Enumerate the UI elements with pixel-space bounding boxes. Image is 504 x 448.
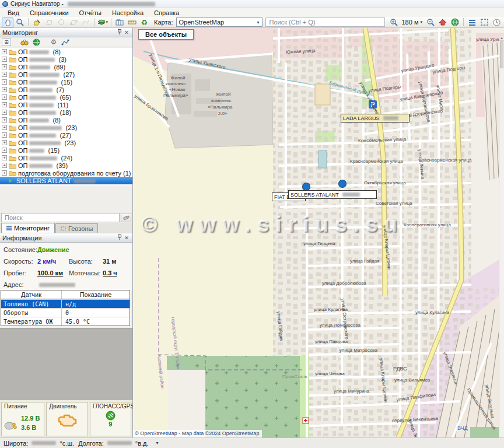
map-view[interactable]: P Южная улицаулица Урицкогоулица Урицког… bbox=[133, 28, 504, 438]
tree-item[interactable]: +ОП (23) bbox=[0, 124, 132, 131]
tree-item[interactable]: +ОП (27) bbox=[0, 71, 132, 78]
layers-icon[interactable]: ▾ bbox=[97, 18, 108, 27]
zoom-tool-icon[interactable] bbox=[14, 18, 26, 27]
ruler-icon[interactable] bbox=[126, 18, 138, 27]
street-label: Жилой bbox=[216, 92, 231, 97]
scroll-thumb[interactable] bbox=[500, 41, 503, 68]
redacted-text bbox=[342, 192, 360, 197]
tree-item[interactable]: +ОП (7) bbox=[0, 86, 132, 93]
globe-icon[interactable] bbox=[449, 18, 461, 27]
zoom-in-icon[interactable] bbox=[388, 18, 400, 27]
close-icon[interactable]: ✕ bbox=[123, 235, 130, 241]
tab-monitoring[interactable]: Мониторинг bbox=[1, 223, 55, 233]
tree-item[interactable]: +подготовка оборудования по счету (1) bbox=[0, 169, 132, 177]
tree-item[interactable]: +ОП (8) bbox=[0, 116, 132, 124]
vehicle-label[interactable]: LADA LARGUS bbox=[341, 114, 410, 123]
expand-icon[interactable]: + bbox=[2, 117, 7, 123]
tree-item[interactable]: +ОП (27) bbox=[0, 131, 132, 139]
list-icon[interactable] bbox=[466, 18, 478, 27]
menu-help[interactable]: Справка bbox=[149, 9, 184, 17]
street-label: улица Ломоносова bbox=[320, 323, 360, 328]
refresh-icon[interactable]: ♻ bbox=[138, 18, 150, 27]
globe-small-icon[interactable] bbox=[31, 38, 41, 47]
expand-icon[interactable]: + bbox=[2, 72, 7, 77]
expand-icon[interactable]: + bbox=[2, 148, 7, 153]
expand-icon[interactable]: + bbox=[2, 155, 7, 160]
tree-item[interactable]: +ОП (24) bbox=[0, 154, 132, 162]
expand-icon[interactable]: + bbox=[2, 79, 7, 85]
hours-value[interactable]: 0.3 ч bbox=[103, 270, 117, 276]
expand-icon[interactable]: + bbox=[2, 125, 7, 130]
expand-icon[interactable]: + bbox=[2, 64, 7, 69]
home-icon[interactable] bbox=[437, 18, 449, 27]
gear-icon[interactable]: ⚙ bbox=[48, 38, 59, 47]
selection-frame-icon[interactable] bbox=[478, 18, 490, 27]
street-label: улица Мичурина bbox=[334, 388, 370, 394]
tree-item[interactable]: +ОП (89) bbox=[0, 63, 132, 71]
vehicle-marker[interactable] bbox=[303, 183, 310, 191]
global-search-input[interactable]: Поиск (Ctrl + Q) bbox=[265, 18, 385, 27]
expand-icon[interactable]: + bbox=[2, 170, 7, 176]
global-search-placeholder: Поиск (Ctrl + Q) bbox=[270, 19, 316, 26]
power-label: Питание bbox=[4, 403, 27, 410]
sensor-row[interactable]: Топливо (CAN)н/д bbox=[1, 299, 130, 308]
coords-dropdown-icon[interactable]: ▾ bbox=[156, 440, 159, 446]
redacted-text bbox=[29, 149, 44, 153]
tree-item-selected[interactable]: SOLLERS ATLANT bbox=[0, 177, 132, 184]
tab-geozones[interactable]: Геозоны bbox=[55, 223, 98, 233]
sensor-row[interactable]: Обороты0 bbox=[1, 308, 130, 317]
expand-icon[interactable]: + bbox=[2, 94, 7, 100]
tree-item[interactable]: +ОП (18) bbox=[0, 108, 132, 116]
tree-item[interactable]: +ОП (39) bbox=[0, 162, 132, 169]
expand-icon[interactable]: + bbox=[2, 163, 7, 168]
moving-status-icon bbox=[9, 178, 12, 183]
track-icon[interactable] bbox=[60, 38, 71, 47]
measure-grid-icon[interactable]: врм bbox=[114, 18, 125, 27]
vehicle-marker[interactable] bbox=[339, 180, 346, 188]
expand-icon[interactable]: + bbox=[2, 49, 7, 54]
tree-item[interactable]: +ОП (11) bbox=[0, 101, 132, 108]
clock-icon[interactable] bbox=[491, 18, 502, 27]
map-select-combobox[interactable]: OpenStreetMap ▾ bbox=[176, 18, 262, 27]
sensor-row[interactable]: Температура ОЖ45.0 °C bbox=[1, 317, 130, 326]
mileage-value[interactable]: 100.0 км bbox=[37, 270, 63, 276]
edit-geozone-icon[interactable] bbox=[31, 18, 43, 27]
zoom-scale-dropdown[interactable]: 180 м ▾ bbox=[400, 19, 425, 26]
expand-icon[interactable]: + bbox=[2, 87, 7, 92]
expand-icon[interactable]: + bbox=[2, 110, 7, 115]
tree-item[interactable]: +ОП (15) bbox=[0, 146, 132, 154]
tree-item-label: ОП (27) bbox=[18, 71, 75, 78]
menu-settings[interactable]: Настройка bbox=[107, 9, 149, 17]
pin-icon[interactable] bbox=[116, 235, 123, 242]
close-icon[interactable]: ✕ bbox=[123, 30, 130, 36]
redacted-text bbox=[29, 103, 54, 107]
menu-directories[interactable]: Справочники bbox=[24, 9, 74, 17]
expand-icon[interactable]: + bbox=[2, 57, 7, 62]
expand-icon[interactable]: + bbox=[2, 140, 7, 145]
pin-icon[interactable] bbox=[116, 29, 123, 36]
scroll-up-icon[interactable]: ▲ bbox=[499, 35, 504, 41]
monitoring-tree: +ОП (8)+ОП (3)+ОП (89)+ОП (27)+ОП (15)+О… bbox=[0, 48, 132, 186]
redacted-text bbox=[29, 134, 56, 138]
tree-item[interactable]: +ОП (8) bbox=[0, 48, 132, 55]
tree-item[interactable]: +ОП (65) bbox=[0, 93, 132, 101]
vehicle-label[interactable]: SOLLERS ATALANT bbox=[288, 190, 377, 199]
binoculars-icon[interactable] bbox=[19, 38, 30, 47]
expand-all-icon[interactable]: ⊞ bbox=[2, 38, 11, 46]
tree-search-input[interactable]: Поиск bbox=[1, 213, 120, 222]
pan-tool-icon[interactable] bbox=[2, 18, 13, 27]
tree-item[interactable]: +ОП (23) bbox=[0, 139, 132, 146]
map-tab-all-objects[interactable]: Все объекты bbox=[138, 29, 194, 40]
map-scrollbar[interactable]: ▲ bbox=[499, 35, 504, 438]
tree-item[interactable]: +ОП (3) bbox=[0, 55, 132, 63]
menu-reports[interactable]: Отчёты bbox=[74, 9, 107, 17]
tree-item[interactable]: +ОП (15) bbox=[0, 78, 132, 86]
left-sidebar: Мониторинг ✕ ⊞ ⚙ +ОП (8)+ОП (3)+ОП (89)+… bbox=[0, 28, 133, 438]
expand-icon[interactable]: + bbox=[2, 132, 7, 138]
zoom-out-icon[interactable] bbox=[425, 18, 436, 27]
clear-search-icon[interactable] bbox=[121, 213, 131, 222]
expand-icon[interactable]: + bbox=[2, 102, 7, 107]
tree-item-label: ОП (7) bbox=[18, 86, 64, 93]
folder-icon bbox=[9, 64, 16, 70]
menu-view[interactable]: Вид bbox=[2, 9, 24, 17]
